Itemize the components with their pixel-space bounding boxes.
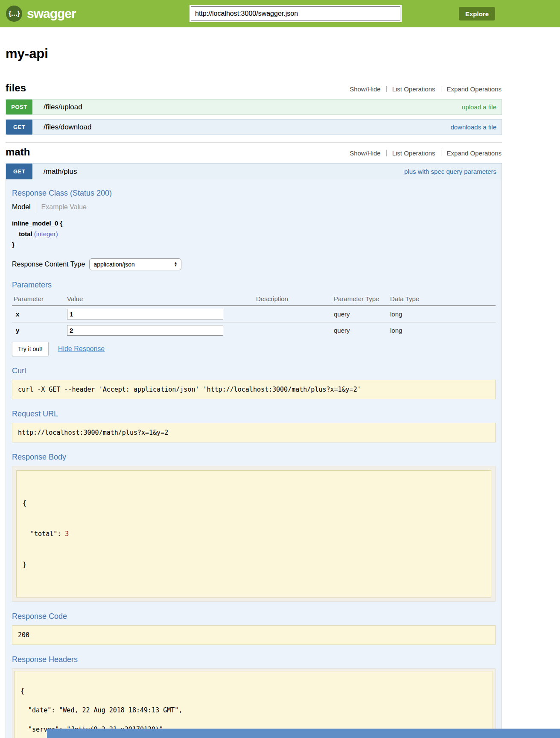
- param-x-value-input[interactable]: [67, 309, 223, 319]
- op-get-math-plus-heading[interactable]: GET /math/plus plus with spec query para…: [6, 164, 502, 179]
- spec-url-input[interactable]: [191, 6, 400, 21]
- request-url-heading: Request URL: [12, 410, 496, 419]
- math-section-controls: Show/Hide List Operations Expand Operati…: [344, 150, 502, 156]
- get-method-badge: GET: [6, 120, 32, 135]
- col-data-type: Data Type: [388, 292, 496, 306]
- explore-button[interactable]: Explore: [459, 7, 495, 20]
- curl-heading: Curl: [12, 366, 496, 375]
- tab-example-value[interactable]: Example Value: [41, 203, 87, 211]
- param-data-type: long: [388, 322, 496, 339]
- json-close-brace: }: [23, 559, 485, 570]
- try-it-out-row: Try it out! Hide Response: [12, 342, 496, 356]
- math-expand-operations-link[interactable]: Expand Operations: [441, 150, 502, 156]
- response-code-heading: Response Code: [12, 612, 496, 621]
- op-path-link[interactable]: /files/download: [44, 123, 91, 132]
- headers-line: {: [20, 688, 487, 694]
- selected-content-type: application/json: [93, 261, 135, 268]
- parameter-row-x: x query long: [12, 306, 496, 322]
- param-description: [254, 306, 332, 322]
- response-body-container: { "total": 3 }: [12, 466, 496, 602]
- op-content: Response Class (Status 200) Model Exampl…: [6, 179, 502, 738]
- files-section-title: files: [6, 82, 26, 94]
- response-headers-box: { "date": "Wed, 22 Aug 2018 18:49:13 GMT…: [15, 671, 493, 738]
- hide-response-link[interactable]: Hide Response: [58, 345, 105, 353]
- col-description: Description: [254, 292, 332, 306]
- bottom-blue-bar: [47, 729, 560, 738]
- json-total-line: "total": 3: [23, 529, 485, 539]
- select-arrows-icon: ▲▼: [174, 262, 177, 267]
- model-property-name: total: [19, 230, 32, 237]
- post-method-badge: POST: [6, 100, 32, 114]
- parameters-table: Parameter Value Description Parameter Ty…: [12, 292, 496, 338]
- parameter-row-y: y query long: [12, 322, 496, 339]
- param-data-type: long: [388, 306, 496, 322]
- op-summary-link[interactable]: upload a file: [462, 103, 496, 111]
- param-type: query: [332, 322, 388, 339]
- op-get-math-plus-expanded: GET /math/plus plus with spec query para…: [6, 163, 502, 738]
- math-list-operations-link[interactable]: List Operations: [387, 150, 441, 156]
- response-class-heading: Response Class (Status 200): [12, 189, 496, 198]
- col-value: Value: [65, 292, 254, 306]
- top-header-bar: {…} swagger Explore: [0, 0, 560, 27]
- files-list-operations-link[interactable]: List Operations: [387, 86, 441, 92]
- response-body-heading: Response Body: [12, 453, 496, 462]
- parameters-table-header-row: Parameter Value Description Parameter Ty…: [12, 292, 496, 306]
- response-content-type-row: Response Content Type application/json ▲…: [12, 258, 496, 270]
- op-post-files-upload[interactable]: POST /files/upload upload a file: [6, 99, 502, 115]
- json-open-brace: {: [23, 498, 485, 508]
- response-content-type-select[interactable]: application/json ▲▼: [89, 258, 181, 270]
- get-method-badge: GET: [6, 164, 32, 179]
- curl-command-box: curl -X GET --header 'Accept: applicatio…: [12, 380, 496, 399]
- math-section-header: math Show/Hide List Operations Expand Op…: [6, 146, 502, 158]
- parameters-heading: Parameters: [12, 281, 496, 290]
- files-show-hide-link[interactable]: Show/Hide: [344, 86, 387, 92]
- param-name: x: [12, 306, 65, 322]
- request-url-box: http://localhost:3000/math/plus?x=1&y=2: [12, 423, 496, 442]
- model-close-line: }: [12, 241, 496, 248]
- model-property-line: total (integer): [19, 230, 496, 237]
- section-divider: [6, 142, 502, 143]
- param-description: [254, 322, 332, 339]
- op-path-link[interactable]: /files/upload: [44, 103, 82, 111]
- op-summary-link[interactable]: plus with spec query parameters: [404, 168, 496, 175]
- model-property-type: (integer): [34, 230, 58, 237]
- op-get-files-download[interactable]: GET /files/download downloads a file: [6, 119, 502, 135]
- math-show-hide-link[interactable]: Show/Hide: [344, 150, 387, 156]
- files-section-header: files Show/Hide List Operations Expand O…: [6, 82, 502, 94]
- try-it-out-button[interactable]: Try it out!: [12, 342, 49, 356]
- response-content-type-label: Response Content Type: [12, 261, 85, 268]
- response-body-box: { "total": 3 }: [16, 470, 491, 597]
- op-summary-link[interactable]: downloads a file: [450, 123, 496, 131]
- json-number-value: 3: [65, 530, 69, 538]
- swagger-brand-link[interactable]: {…} swagger: [6, 6, 76, 22]
- page-title: my-api: [6, 46, 502, 62]
- col-parameter-type: Parameter Type: [332, 292, 388, 306]
- op-path-link[interactable]: /math/plus: [44, 167, 77, 176]
- headers-line: "date": "Wed, 22 Aug 2018 18:49:13 GMT",: [20, 707, 487, 714]
- tab-divider: [36, 202, 36, 213]
- main-content: my-api files Show/Hide List Operations E…: [6, 46, 502, 738]
- param-type: query: [332, 306, 388, 322]
- col-parameter: Parameter: [12, 292, 65, 306]
- swagger-logo-icon: {…}: [6, 6, 22, 22]
- response-headers-heading: Response Headers: [12, 655, 496, 664]
- tab-model[interactable]: Model: [12, 203, 31, 211]
- model-tabs: Model Example Value: [12, 202, 496, 213]
- math-section-title: math: [6, 146, 30, 158]
- files-expand-operations-link[interactable]: Expand Operations: [441, 86, 502, 92]
- param-name: y: [12, 322, 65, 339]
- files-section-controls: Show/Hide List Operations Expand Operati…: [344, 86, 502, 92]
- response-headers-container: { "date": "Wed, 22 Aug 2018 18:49:13 GMT…: [12, 668, 496, 738]
- model-signature: inline_model_0 { total (integer) }: [12, 220, 496, 248]
- response-code-box: 200: [12, 625, 496, 645]
- param-y-value-input[interactable]: [67, 325, 223, 336]
- brand-title: swagger: [27, 6, 76, 21]
- model-open-line: inline_model_0 {: [12, 220, 496, 227]
